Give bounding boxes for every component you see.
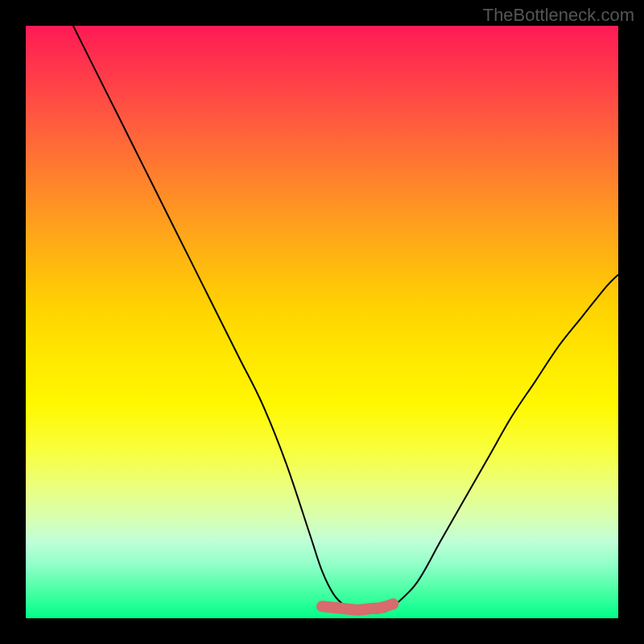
curve-line <box>73 26 618 613</box>
chart-svg <box>26 26 618 618</box>
chart-plot-area <box>26 26 618 618</box>
watermark-text: TheBottleneck.com <box>483 5 634 26</box>
bottom-marker-line <box>322 604 393 609</box>
